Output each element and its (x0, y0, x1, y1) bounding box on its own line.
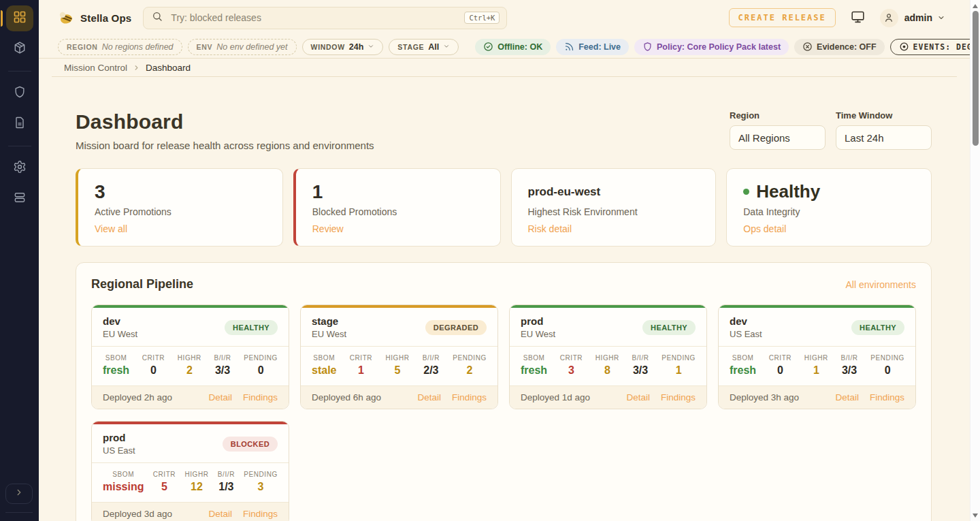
chevron-right-icon (133, 64, 140, 72)
time-window-filter-select[interactable]: Last 24h (836, 125, 932, 150)
findings-link[interactable]: Findings (452, 392, 487, 402)
scroll-down-arrow-icon[interactable] (973, 514, 978, 518)
page-title-block: Dashboard Mission board for release heal… (76, 110, 374, 151)
env-context-pill[interactable]: ENV No env defined yet (188, 39, 297, 55)
status-badge: HEALTHY (642, 320, 696, 335)
page-subtitle: Mission board for release health across … (76, 140, 374, 151)
detail-link[interactable]: Detail (835, 392, 859, 402)
env-card-header: prod EU West HEALTHY (510, 308, 706, 346)
stage-context-dropdown[interactable]: STAGE All (389, 39, 459, 55)
evidence-status-pill[interactable]: Evidence: OFF (794, 39, 885, 55)
deployed-text: Deployed 1d ago (521, 392, 590, 402)
regional-pipeline-title: Regional Pipeline (91, 277, 193, 291)
env-metrics: SBOMstale CRITR1 HIGHR5 B/I/R2/3 PENDING… (301, 346, 497, 385)
sidebar-item-settings[interactable] (6, 155, 33, 181)
review-link[interactable]: Review (312, 223, 344, 234)
metric-sbom: SBOMmissing (103, 471, 144, 493)
metric-highr: HIGHR12 (184, 471, 208, 493)
findings-link[interactable]: Findings (870, 392, 904, 402)
blocked-promotions-label: Blocked Promotions (312, 206, 484, 217)
user-menu[interactable]: admin (880, 9, 945, 27)
topbar: Stella Ops Try: blocked releases Ctrl+K … (39, 0, 970, 35)
deployed-text: Deployed 2h ago (103, 392, 172, 402)
sidebar-item-security[interactable] (6, 80, 33, 106)
data-integrity-label: Data Integrity (743, 206, 915, 217)
offline-status-text: Offline: OK (497, 42, 542, 52)
page-scrollbar[interactable] (970, 0, 980, 521)
env-name: stage (312, 315, 346, 327)
region-context-value: No regions defined (102, 42, 174, 52)
breadcrumb-current: Dashboard (146, 63, 191, 73)
findings-link[interactable]: Findings (243, 509, 278, 519)
env-region: EU West (312, 329, 346, 339)
ops-detail-link[interactable]: Ops detail (743, 223, 786, 234)
sidebar-item-releases[interactable] (6, 36, 33, 62)
rss-icon (564, 42, 574, 52)
env-card-header: dev US East HEALTHY (719, 308, 915, 346)
env-context-label: ENV (197, 43, 213, 51)
detail-link[interactable]: Detail (208, 509, 232, 519)
status-badge: BLOCKED (223, 437, 278, 452)
metric-critr: CRITR5 (153, 471, 176, 493)
package-icon (13, 41, 27, 57)
view-all-link[interactable]: View all (95, 223, 127, 234)
feed-status-pill[interactable]: Feed: Live (556, 39, 629, 55)
scrollbar-thumb[interactable] (973, 11, 979, 146)
chevron-right-icon (14, 488, 24, 500)
region-context-pill[interactable]: REGION No regions defined (58, 39, 182, 55)
breadcrumb-mission-control[interactable]: Mission Control (64, 63, 127, 73)
env-card-dev-us-east: dev US East HEALTHY SBOMfresh CRITR0 HIG… (718, 304, 916, 409)
env-region: US East (730, 329, 762, 339)
risk-detail-link[interactable]: Risk detail (528, 223, 572, 234)
sidebar-expand-button[interactable] (5, 484, 33, 504)
status-badge: DEGRADED (425, 320, 487, 335)
region-filter-label: Region (730, 110, 826, 121)
stat-card-active-promotions: 3 Active Promotions View all (76, 168, 283, 247)
stat-card-highest-risk: prod-eu-west Highest Risk Environment Ri… (511, 168, 717, 247)
findings-link[interactable]: Findings (243, 392, 278, 402)
sidebar-item-dashboard[interactable] (6, 5, 33, 31)
env-region: EU West (103, 329, 137, 339)
sidebar-item-documents[interactable] (6, 111, 33, 137)
metric-highr: HIGHR2 (178, 354, 201, 377)
sidebar-item-infrastructure[interactable] (6, 186, 33, 212)
window-context-dropdown[interactable]: WINDOW 24h (302, 39, 384, 55)
detail-link[interactable]: Detail (626, 392, 650, 402)
page-header: Dashboard Mission board for release heal… (76, 110, 932, 151)
sidebar-divider (8, 71, 31, 72)
env-region: EU West (521, 329, 555, 339)
detail-link[interactable]: Detail (208, 392, 232, 402)
offline-status-pill[interactable]: Offline: OK (475, 39, 551, 55)
create-release-button[interactable]: CREATE RELEASE (729, 8, 836, 27)
scroll-up-arrow-icon[interactable] (973, 4, 978, 8)
status-badge: HEALTHY (851, 320, 904, 335)
env-card-footer: Deployed 6h ago DetailFindings (301, 385, 497, 409)
stat-card-blocked-promotions: 1 Blocked Promotions Review (293, 168, 501, 247)
all-environments-link[interactable]: All environments (846, 279, 917, 290)
window-context-label: WINDOW (311, 43, 345, 51)
findings-link[interactable]: Findings (661, 392, 696, 402)
status-badge: HEALTHY (225, 320, 278, 335)
sidebar (0, 0, 39, 521)
deployed-text: Deployed 3d ago (103, 509, 172, 519)
regional-pipeline-header: Regional Pipeline All environments (91, 277, 916, 291)
page-title: Dashboard (76, 110, 374, 133)
metric-highr: HIGHR1 (804, 354, 828, 377)
policy-status-pill[interactable]: Policy: Core Policy Pack latest (634, 39, 789, 55)
env-card-header: stage EU West DEGRADED (301, 308, 497, 346)
events-status-pill[interactable]: EVENTS: DEGRADED (890, 39, 980, 55)
metric-critr: CRITR0 (769, 354, 792, 377)
env-region: US East (103, 445, 135, 456)
dashboard-content: Dashboard Mission board for release heal… (39, 77, 970, 521)
region-filter-select[interactable]: All Regions (730, 125, 826, 150)
env-name: prod (103, 432, 135, 443)
env-metrics: SBOMfresh CRITR0 HIGHR1 B/I/R3/3 PENDING… (719, 346, 915, 385)
search-input[interactable]: Try: blocked releases Ctrl+K (143, 7, 507, 29)
env-metrics: SBOMfresh CRITR0 HIGHR2 B/I/R3/3 PENDING… (92, 346, 289, 385)
display-mode-button[interactable] (851, 10, 865, 27)
deployed-text: Deployed 6h ago (312, 392, 381, 402)
metric-pending: PENDING2 (453, 354, 487, 377)
detail-link[interactable]: Detail (417, 392, 441, 402)
active-promotions-label: Active Promotions (95, 206, 266, 217)
metric-sbom: SBOMstale (312, 354, 336, 377)
